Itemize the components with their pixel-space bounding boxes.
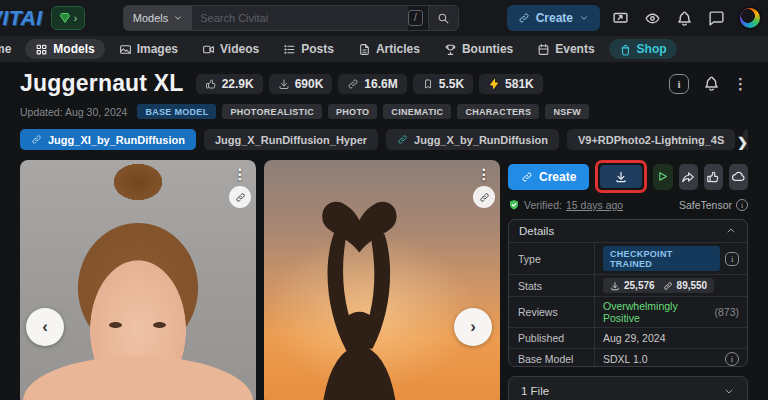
nav-item-bounties[interactable]: Bounties xyxy=(434,39,523,59)
download-highlight-box xyxy=(595,160,647,193)
download-icon xyxy=(614,170,628,184)
create-button-label: Create xyxy=(539,170,576,184)
sunset-silhouette-illustration xyxy=(264,160,500,400)
supporter-badge[interactable]: › xyxy=(51,6,85,30)
verified-time-link[interactable]: 15 days ago xyxy=(566,199,623,211)
nav-item-models[interactable]: Models xyxy=(25,39,104,59)
chevron-down-icon xyxy=(723,385,735,397)
files-accordion[interactable]: 1 File xyxy=(508,376,748,400)
link-icon xyxy=(397,134,408,145)
link-icon xyxy=(347,78,359,90)
nav-item-events[interactable]: Events xyxy=(527,39,604,59)
download-button[interactable] xyxy=(600,165,642,188)
gallery-image-2[interactable]: ⋮ › xyxy=(264,160,500,400)
chat-button[interactable] xyxy=(704,5,730,31)
detail-row-type: Type CHECKPOINT TRAINED i xyxy=(509,242,747,274)
type-label: Type xyxy=(509,243,595,274)
nav-label-posts: Posts xyxy=(301,42,334,56)
nav-item-shop[interactable]: Shop xyxy=(609,39,677,59)
published-label: Published xyxy=(509,328,595,348)
follow-alerts-button[interactable] xyxy=(701,74,721,94)
photo-icon xyxy=(119,43,132,56)
vault-button[interactable] xyxy=(729,164,748,190)
nav-label-images: Images xyxy=(137,42,178,56)
video-icon xyxy=(202,43,215,56)
article-icon xyxy=(358,43,371,56)
version-tab-2[interactable]: Jugg_X_by_RunDiffusion xyxy=(386,129,559,150)
info-icon[interactable]: i xyxy=(725,252,739,266)
bookmarks-value: 5.5K xyxy=(439,77,464,91)
downloads-stat[interactable]: 690K xyxy=(269,74,333,94)
nav-label-events: Events xyxy=(555,42,594,56)
likes-stat[interactable]: 22.9K xyxy=(196,74,263,94)
search-input[interactable] xyxy=(192,6,408,30)
eye-icon xyxy=(644,10,661,27)
model-stat-pills: 22.9K 690K 16.6M 5.5K 581K xyxy=(196,74,543,94)
updated-date: Updated: Aug 30, 2024 xyxy=(20,106,127,118)
bookmarks-stat[interactable]: 5.5K xyxy=(413,74,473,94)
version-label: V9+RDPhoto2-Lightning_4S xyxy=(578,134,724,146)
verification-row: Verified: 15 days ago SafeTensor i xyxy=(508,199,748,211)
likes-value: 22.9K xyxy=(222,77,254,91)
user-avatar[interactable] xyxy=(738,6,762,30)
base-model-value: SDXL 1.0 xyxy=(603,353,648,365)
energy-stat[interactable]: 581K xyxy=(479,74,543,94)
share-button[interactable] xyxy=(679,164,698,190)
nav-item-posts[interactable]: Posts xyxy=(273,39,344,59)
search-shortcut-key: / xyxy=(408,10,423,26)
search-category-select[interactable]: Models xyxy=(124,6,192,30)
image-menu-button[interactable]: ⋮ xyxy=(477,166,491,182)
nav-item-videos[interactable]: Videos xyxy=(192,39,269,59)
tag-cinematic[interactable]: CINEMATIC xyxy=(383,104,451,119)
reviews-rating-link[interactable]: Overwhelmingly Positive xyxy=(603,300,709,324)
like-button[interactable] xyxy=(704,164,723,190)
image-link-button[interactable] xyxy=(229,186,251,208)
grid-icon xyxy=(35,43,48,56)
tag-base-model[interactable]: BASE MODEL xyxy=(137,104,216,119)
version-scroll-right-button[interactable]: ❯ xyxy=(737,135,748,150)
version-tab-0[interactable]: Jugg_XI_by_RunDiffusion xyxy=(20,129,196,150)
nav-item-articles[interactable]: Articles xyxy=(348,39,430,59)
info-icon[interactable]: i xyxy=(725,352,739,366)
details-header[interactable]: Details xyxy=(509,220,747,242)
link-icon xyxy=(663,281,673,291)
search-button[interactable] xyxy=(428,6,458,30)
tag-photo[interactable]: PHOTO xyxy=(328,104,377,119)
bolt-icon xyxy=(488,78,500,90)
image-menu-button[interactable]: ⋮ xyxy=(233,166,247,182)
bell-icon xyxy=(703,75,720,92)
model-info-button[interactable]: i xyxy=(669,74,689,94)
image-link-button[interactable] xyxy=(473,186,495,208)
title-row: Juggernaut XL 22.9K 690K 16.6M 5.5K 581K xyxy=(20,70,748,97)
notifications-button[interactable] xyxy=(672,5,698,31)
top-navbar: CIVITAI › Models / Create xyxy=(0,0,768,36)
browsing-level-button[interactable] xyxy=(640,5,666,31)
screen-share-button[interactable] xyxy=(608,5,634,31)
navbar-create-button[interactable]: Create xyxy=(507,5,600,31)
model-menu-button[interactable]: ⋮ xyxy=(733,75,748,93)
base-model-label: Base Model xyxy=(509,349,595,367)
link-icon xyxy=(518,12,530,24)
carousel-prev-button[interactable]: ‹ xyxy=(26,308,64,346)
gallery-image-1[interactable]: ⋮ ‹ xyxy=(20,160,256,400)
version-tab-1[interactable]: Jugg_X_RunDiffusion_Hyper xyxy=(204,129,378,150)
title-actions: i ⋮ xyxy=(669,74,748,94)
create-button[interactable]: Create xyxy=(508,164,589,190)
run-model-button[interactable] xyxy=(653,164,672,190)
content-row: ⋮ ‹ ⋮ › xyxy=(20,160,748,400)
generations-stat[interactable]: 16.6M xyxy=(338,74,406,94)
info-icon[interactable]: i xyxy=(736,199,748,211)
tag-photorealistic[interactable]: PHOTOREALISTIC xyxy=(222,104,322,119)
nav-item-home[interactable]: Home xyxy=(0,39,21,59)
verified-label: Verified: xyxy=(524,199,562,211)
tag-characters[interactable]: CHARACTERS xyxy=(457,104,539,119)
list-icon xyxy=(283,43,296,56)
link-icon xyxy=(521,171,533,183)
tag-nsfw[interactable]: NSFW xyxy=(545,104,589,119)
carousel-next-button[interactable]: › xyxy=(454,308,492,346)
civitai-logo[interactable]: CIVITAI xyxy=(0,6,43,30)
thumbs-up-icon xyxy=(706,170,720,184)
version-tab-3[interactable]: V9+RDPhoto2-Lightning_4S xyxy=(567,129,735,150)
nav-item-images[interactable]: Images xyxy=(109,39,188,59)
version-label: Jugg_X_by_RunDiffusion xyxy=(414,134,548,146)
